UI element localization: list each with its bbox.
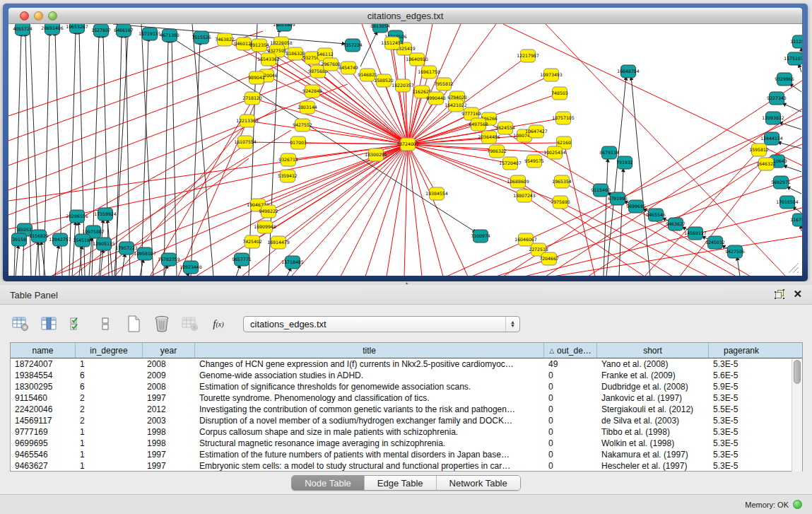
graph-node[interactable]: 8990448 xyxy=(426,92,446,105)
resize-grip[interactable] xyxy=(789,263,799,273)
graph-node[interactable]: 4671388 xyxy=(160,29,180,42)
close-panel-icon[interactable]: ✕ xyxy=(793,289,802,299)
graph-node[interactable]: 16961758 xyxy=(418,66,440,78)
window-titlebar[interactable]: citations_edges.txt xyxy=(8,8,802,24)
graph-node[interactable]: 1156829 xyxy=(29,230,49,243)
graph-node[interactable]: 6791998 xyxy=(608,192,628,205)
graph-node[interactable]: 8912354 xyxy=(249,39,269,52)
graph-node[interactable]: 5359412 xyxy=(278,170,298,182)
graph-node[interactable]: 20364486 xyxy=(478,131,500,144)
table-row[interactable]: 946554611997Estimation of the future num… xyxy=(11,449,802,460)
table-row[interactable]: 946362711997Embryonic stem cells: a mode… xyxy=(11,460,802,472)
graph-node[interactable]: 18220357 xyxy=(392,79,414,92)
graph-node[interactable]: 8454749 xyxy=(339,62,358,74)
table-row[interactable]: 1456911722003Disruption of a novel membe… xyxy=(11,415,802,426)
graph-node[interactable]: 9549575 xyxy=(524,155,544,168)
graph-node[interactable]: 7357224 xyxy=(343,39,363,52)
graph-node[interactable]: 2718120 xyxy=(242,92,262,105)
table-row[interactable]: 911546021997Tourette syndrome. Phenomeno… xyxy=(11,392,802,404)
dropdown-stepper-icon[interactable]: ▲ ▼ xyxy=(505,317,519,332)
table-scrollbar-thumb[interactable] xyxy=(794,360,801,384)
graph-node[interactable]: 1646322 xyxy=(756,158,776,170)
graph-node[interactable]: 10973493 xyxy=(540,69,563,81)
graph-node[interactable]: 7463822 xyxy=(215,33,235,46)
graph-node[interactable]: 18757105 xyxy=(552,112,575,124)
graph-node[interactable]: 9427552 xyxy=(293,119,312,132)
graph-node[interactable]: 16053809 xyxy=(273,24,295,31)
tab-edge-table[interactable]: Edge Table xyxy=(365,476,437,490)
graph-node[interactable]: 5692971 xyxy=(771,176,791,189)
column-header-title[interactable]: title xyxy=(195,343,544,358)
rows-icon[interactable] xyxy=(96,315,114,333)
graph-node[interactable]: 9329966 xyxy=(775,73,794,86)
graph-node[interactable]: 15720407 xyxy=(499,157,522,170)
graph-node[interactable]: 20691406 xyxy=(41,24,64,35)
table-row[interactable]: 969969511998Structural magnetic resonanc… xyxy=(11,438,802,449)
graph-node[interactable]: 19384554 xyxy=(425,187,448,200)
graph-node[interactable]: 7204667 xyxy=(539,252,559,265)
new-file-icon[interactable] xyxy=(124,315,143,333)
graph-node[interactable]: 9227343 xyxy=(767,92,787,105)
graph-node[interactable]: 791932 xyxy=(616,156,633,169)
graph-node[interactable]: 1595812 xyxy=(749,144,769,156)
table-row[interactable]: 1872400712008Changes of HCN gene express… xyxy=(11,358,802,370)
column-header-out_de[interactable]: △out_de… xyxy=(544,343,597,358)
column-header-pagerank[interactable]: pagerank xyxy=(709,343,774,358)
graph-node[interactable]: 7515526 xyxy=(192,31,211,44)
graph-node[interactable]: 1545194 xyxy=(73,234,93,247)
graph-node[interactable]: 9699695 xyxy=(626,200,646,213)
column-header-short[interactable]: short xyxy=(597,343,709,358)
graph-node[interactable]: 7975693 xyxy=(551,196,570,209)
graph-node[interactable]: 1965354 xyxy=(552,175,572,188)
graph-node[interactable]: 1527607 xyxy=(91,24,111,37)
graph-node[interactable]: 10653267 xyxy=(66,24,88,33)
graph-node[interactable]: 9498222 xyxy=(259,205,278,218)
graph-node[interactable]: 2803144 xyxy=(298,101,317,114)
graph-node[interactable]: 9326713 xyxy=(278,153,298,166)
graph-node[interactable]: 9242848 xyxy=(302,85,322,98)
graph-node[interactable]: 15718485 xyxy=(281,256,304,269)
delete-table-icon[interactable] xyxy=(153,315,171,333)
graph-node[interactable]: 7425402 xyxy=(242,235,262,248)
graph-node[interactable]: 16914479 xyxy=(267,236,290,249)
graph-node[interactable]: 8679134 xyxy=(599,146,619,159)
graph-node[interactable]: 12213363 xyxy=(236,115,259,127)
graph-node[interactable]: 12923448 xyxy=(180,261,202,274)
tab-node-table[interactable]: Node Table xyxy=(292,476,365,490)
table-row[interactable]: 1830029562008Estimation of significance … xyxy=(11,381,802,392)
table-scrollbar[interactable] xyxy=(792,358,802,472)
row-check-icon[interactable] xyxy=(68,315,86,333)
column-header-year[interactable]: year xyxy=(143,343,195,358)
graph-node[interactable]: 748503 xyxy=(551,87,568,100)
graph-node[interactable]: 39159 xyxy=(12,233,27,246)
network-canvas[interactable]: 1872400740557242069140610653267152760764… xyxy=(8,24,802,276)
graph-node[interactable]: 9427506 xyxy=(725,245,745,258)
graph-node[interactable]: 6497568 xyxy=(469,118,488,131)
graph-node[interactable]: 15751074 xyxy=(784,52,802,65)
graph-node[interactable]: 4055724 xyxy=(13,24,33,35)
function-icon[interactable]: f(x) xyxy=(209,315,228,333)
column-header-name[interactable]: name xyxy=(11,343,76,358)
graph-node[interactable]: 9657771 xyxy=(232,253,252,266)
table-row[interactable]: 1938455462009Genome-wide association stu… xyxy=(11,370,802,381)
graph-node[interactable]: 9115460 xyxy=(591,184,611,197)
network-view[interactable]: 1872400740557242069140610653267152760764… xyxy=(8,24,802,276)
graph-node[interactable]: 7100974 xyxy=(471,230,490,243)
graph-node[interactable]: 8813054 xyxy=(370,24,390,33)
graph-node[interactable]: 16648784 xyxy=(617,65,640,78)
graph-node[interactable]: 17016504 xyxy=(776,196,799,209)
graph-node[interactable]: 3624554 xyxy=(495,122,515,134)
graph-node[interactable]: 17359924 xyxy=(94,208,117,221)
column-header-in_degree[interactable]: in_degree xyxy=(76,343,143,358)
graph-node[interactable]: 1112853 xyxy=(790,35,802,48)
graph-node[interactable]: 12217987 xyxy=(517,49,539,62)
graph-node[interactable]: 989041 xyxy=(248,71,265,84)
graph-node[interactable]: 20206556 xyxy=(66,210,88,223)
table-select-dropdown[interactable]: citations_edges.txt ▲ ▼ xyxy=(243,316,520,332)
graph-node[interactable]: 1588520 xyxy=(374,74,394,87)
graph-node[interactable]: 9463627 xyxy=(666,218,686,230)
graph-node[interactable]: 9245032 xyxy=(705,236,725,249)
graph-node[interactable]: 7955812 xyxy=(434,78,454,90)
graph-node[interactable]: 2967608 xyxy=(321,58,341,71)
graph-node[interactable]: 917003 xyxy=(290,136,307,149)
